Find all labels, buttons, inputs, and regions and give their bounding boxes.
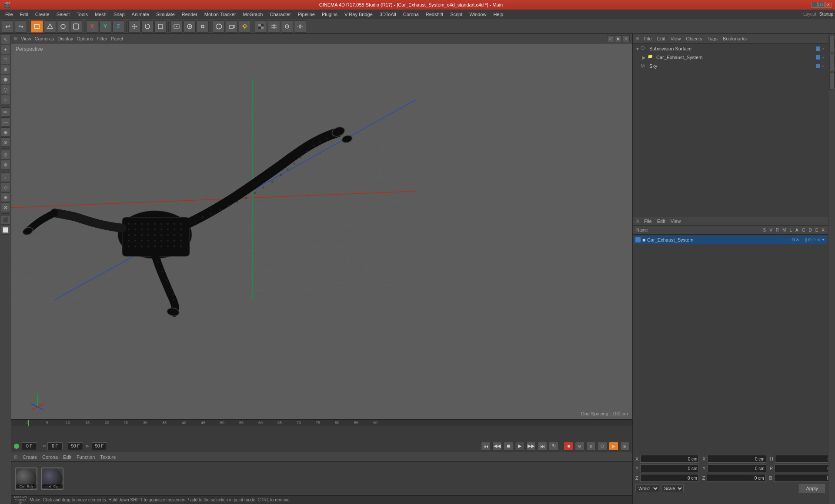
h-input[interactable] [775,455,834,463]
attr-icon-4[interactable]: || [805,238,807,242]
material-car-exh[interactable]: Car_Exh [15,468,37,490]
y-rot-input[interactable] [708,464,766,472]
menu-help[interactable]: Help [490,11,507,18]
mat-menu-corona[interactable]: Corona [42,454,58,460]
object-mode-button[interactable] [44,20,56,33]
attr-menu-view[interactable]: View [671,219,681,224]
render-active-view-button[interactable] [170,20,183,33]
undo-button[interactable]: ↩ [2,20,14,33]
obj-vis-sky[interactable]: ✓ [821,64,825,68]
restore-button[interactable]: □ [818,2,825,8]
left-tool-magnet[interactable]: ◉ [1,127,10,137]
move-tool-button[interactable] [128,20,140,33]
minimize-button[interactable]: ─ [812,2,818,8]
left-tool-point[interactable]: ○ [1,95,10,104]
menu-tools[interactable]: Tools [73,11,91,18]
viewport-menu-display[interactable]: Display [57,36,73,41]
viewport-menu-view[interactable]: View [21,36,31,41]
y-axis-button[interactable]: Y [99,20,111,33]
left-tool-hair[interactable]: ◇ [1,182,10,192]
motion-clip-button[interactable]: ⬡ [598,442,607,451]
left-tool-particle[interactable]: ⬦ [1,172,10,182]
go-to-next-key-button[interactable]: ▶▶ [526,442,536,451]
max-frame-input[interactable] [92,442,107,450]
camera-button[interactable] [226,20,238,33]
left-tool-soft[interactable]: ⊠ [1,202,10,212]
attr-menu-file[interactable]: File [644,219,652,224]
menu-redshift[interactable]: Redshift [422,11,447,18]
scale-select[interactable]: Scale Size [661,484,684,492]
go-to-prev-key-button[interactable]: ◀◀ [492,442,502,451]
z-pos-input[interactable] [640,474,699,482]
obj-row-subdivision[interactable]: ▼ ⬡ Subdivision Surface ✓ [634,44,827,53]
attr-row-car-exhaust[interactable]: ◼ Car_Exhaust_System ⊞ ✕ — || ⊡ ⧃ ⊗ ✦ [634,235,827,244]
mat-menu-create[interactable]: Create [23,454,37,460]
checker-button[interactable] [255,20,267,33]
left-tool-paint[interactable]: ✏ [1,107,10,117]
light-button[interactable] [239,20,251,33]
menu-3dtoall[interactable]: 3DToAll [376,11,400,18]
attr-icon-6[interactable]: ⧃ [812,238,816,242]
render-button[interactable] [184,20,196,33]
attr-icon-3[interactable]: — [800,238,804,242]
scale-tool-button[interactable] [154,20,167,33]
viewport-options-button[interactable]: ▶ [615,35,622,42]
mat-menu-function[interactable]: Function [77,454,95,460]
loop-button[interactable]: ↻ [549,442,558,451]
left-tool-select[interactable]: □ [1,55,10,64]
left-tool-extra2[interactable]: ⬜ [1,225,10,235]
menu-vray[interactable]: V-Ray Bridge [341,11,376,18]
menu-mesh[interactable]: Mesh [91,11,110,18]
model-mode-button[interactable] [31,20,43,33]
attr-icon-5[interactable]: ⊡ [808,238,812,242]
menu-window[interactable]: Window [466,11,490,18]
left-tool-deform[interactable]: ⊛ [1,160,10,169]
z-rot-input[interactable] [707,474,765,482]
close-button[interactable]: ✕ [825,2,832,8]
b-input[interactable] [774,474,833,482]
menu-character[interactable]: Character [266,11,294,18]
menu-pipeline[interactable]: Pipeline [294,11,318,18]
obj-color-car[interactable] [816,55,820,60]
obj-menu-bookmarks[interactable]: Bookmarks [723,36,747,41]
record-all-button[interactable]: ⊙ [575,442,584,451]
z-axis-button[interactable]: Z [112,20,124,33]
snap-button[interactable] [281,20,293,33]
left-tool-edge[interactable]: ⬡ [1,85,10,94]
playback-options-button[interactable]: ▶ [609,442,618,451]
menu-edit[interactable]: Edit [17,11,32,18]
attr-menu-edit[interactable]: Edit [657,219,665,224]
left-tool-pointer[interactable]: ↖ [1,35,10,44]
timeline-ruler[interactable]: 0 5 10 15 20 25 30 35 40 45 50 55 60 65 … [11,419,632,426]
obj-menu-file[interactable]: File [644,36,652,41]
play-forward-button[interactable]: ▶ [515,442,524,451]
x-axis-button[interactable]: X [86,20,98,33]
viewport-maximize-button[interactable]: ⤢ [607,35,614,42]
obj-vis-car[interactable]: ✓ [821,55,825,60]
obj-menu-tags[interactable]: Tags [708,36,718,41]
right-strip-btn-1[interactable] [829,36,835,53]
left-tool-move[interactable]: ✦ [1,45,10,54]
y-pos-input[interactable] [640,464,699,472]
obj-menu-edit[interactable]: Edit [657,36,665,41]
apply-button[interactable]: Apply [798,484,825,493]
menu-render[interactable]: Render [178,11,201,18]
viewport-close-button[interactable]: ✕ [623,35,630,42]
left-tool-mirror[interactable]: ⊗ [1,137,10,147]
go-to-start-button[interactable]: ⏮ [481,442,491,451]
x-pos-input[interactable] [640,455,699,463]
go-to-end-button[interactable]: ⏭ [538,442,547,451]
mat-menu-texture[interactable]: Texture [100,454,116,460]
menu-snap[interactable]: Snap [110,11,128,18]
p-input[interactable] [775,464,833,472]
x-rot-input[interactable] [708,455,766,463]
menu-select[interactable]: Select [53,11,73,18]
menu-simulate[interactable]: Simulate [153,11,178,18]
left-tool-knife[interactable]: — [1,117,10,127]
cube-button[interactable] [213,20,225,33]
attr-icon-1[interactable]: ⊞ [792,238,795,242]
frame-start-input[interactable] [47,442,63,450]
right-strip-btn-3[interactable] [829,72,835,90]
menu-mograph[interactable]: MoGraph [240,11,267,18]
record-button[interactable]: ⏺ [564,442,573,451]
